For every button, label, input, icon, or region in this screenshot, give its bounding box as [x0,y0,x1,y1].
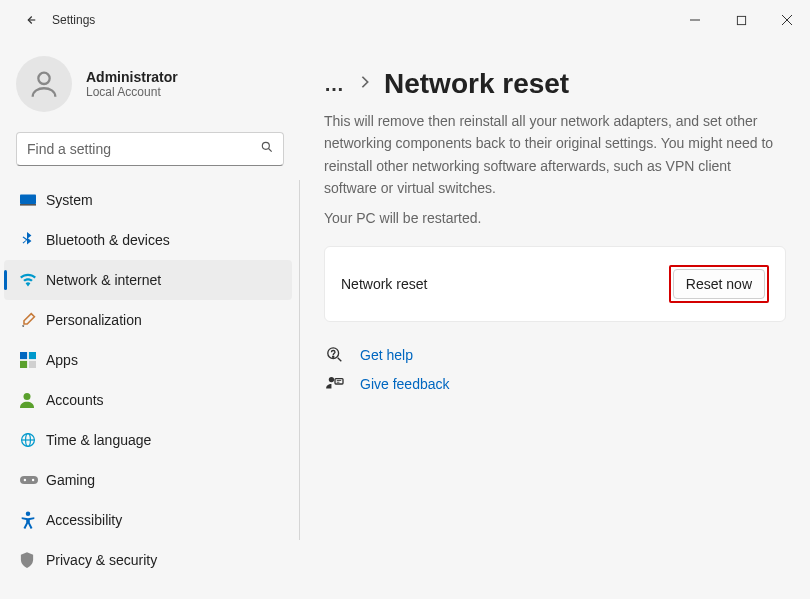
svg-rect-12 [20,361,27,368]
search-box [16,132,284,166]
get-help-link[interactable]: Get help [360,347,413,363]
highlight-box: Reset now [669,265,769,303]
feedback-icon [324,376,346,392]
apps-icon [20,352,46,368]
user-name: Administrator [86,69,178,85]
avatar [16,56,72,112]
nav-item-privacy[interactable]: Privacy & security [4,540,292,580]
svg-point-23 [333,356,334,357]
person-icon [20,392,46,408]
give-feedback-link[interactable]: Give feedback [360,376,450,392]
nav-item-accessibility[interactable]: Accessibility [4,500,292,540]
svg-point-20 [32,479,34,481]
chevron-right-icon [360,75,370,93]
svg-rect-26 [335,378,343,383]
accessibility-icon [20,511,46,529]
user-info[interactable]: Administrator Local Account [0,48,300,132]
sidebar: Administrator Local Account System Bluet… [0,40,300,599]
shield-icon [20,552,46,568]
gamepad-icon [20,474,46,486]
svg-rect-8 [20,194,36,204]
svg-rect-11 [29,352,36,359]
search-icon [260,140,274,158]
svg-point-19 [24,479,26,481]
svg-rect-13 [29,361,36,368]
restart-note: Your PC will be restarted. [324,210,786,226]
nav-label: Bluetooth & devices [46,232,170,248]
back-button[interactable] [16,6,44,34]
system-icon [20,194,46,206]
svg-rect-18 [20,476,38,484]
svg-point-21 [26,511,31,516]
nav-label: Privacy & security [46,552,157,568]
help-icon [324,346,346,364]
nav-label: Accessibility [46,512,122,528]
nav-item-network[interactable]: Network & internet [4,260,292,300]
minimize-button[interactable] [672,4,718,36]
nav-item-bluetooth[interactable]: Bluetooth & devices [4,220,292,260]
close-button[interactable] [764,4,810,36]
nav-label: Accounts [46,392,104,408]
nav: System Bluetooth & devices Network & int… [0,180,300,599]
nav-label: Apps [46,352,78,368]
nav-label: System [46,192,93,208]
give-feedback-row: Give feedback [324,376,786,392]
nav-label: Personalization [46,312,142,328]
svg-point-14 [24,393,31,400]
nav-label: Gaming [46,472,95,488]
titlebar: Settings [0,0,810,40]
card-label: Network reset [341,276,669,292]
nav-item-gaming[interactable]: Gaming [4,460,292,500]
svg-line-7 [269,149,272,152]
globe-icon [20,432,46,448]
page-description: This will remove then reinstall all your… [324,110,786,200]
window-caption [672,4,810,36]
nav-item-time[interactable]: Time & language [4,420,292,460]
network-reset-card: Network reset Reset now [324,246,786,322]
breadcrumb: … Network reset [324,68,786,100]
breadcrumb-overflow[interactable]: … [324,73,346,96]
nav-item-apps[interactable]: Apps [4,340,292,380]
svg-rect-10 [20,352,27,359]
user-subtitle: Local Account [86,85,178,99]
nav-item-system[interactable]: System [4,180,292,220]
reset-now-button[interactable]: Reset now [673,269,765,299]
bluetooth-icon [20,232,46,248]
svg-point-25 [329,376,334,381]
nav-item-accounts[interactable]: Accounts [4,380,292,420]
page-title: Network reset [384,68,569,100]
search-input[interactable] [16,132,284,166]
get-help-row: Get help [324,346,786,364]
maximize-button[interactable] [718,4,764,36]
svg-line-24 [338,357,342,361]
main-content: … Network reset This will remove then re… [300,40,810,599]
brush-icon [20,312,46,328]
wifi-icon [20,273,46,287]
svg-point-6 [262,142,269,149]
svg-point-5 [38,73,49,84]
svg-rect-9 [20,204,36,206]
svg-rect-2 [737,16,745,24]
nav-label: Time & language [46,432,151,448]
nav-label: Network & internet [46,272,161,288]
nav-item-personalization[interactable]: Personalization [4,300,292,340]
app-title: Settings [52,13,95,27]
